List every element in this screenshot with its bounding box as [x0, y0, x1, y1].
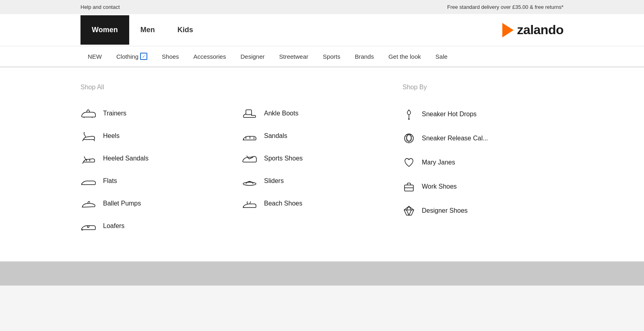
- sliders-label: Sliders: [264, 177, 284, 185]
- pin-icon: [402, 108, 415, 121]
- list-item-heels[interactable]: Heels: [80, 125, 242, 147]
- list-item-ballet-pumps[interactable]: Ballet Pumps: [80, 192, 242, 215]
- mid-column: Shop All Ankle Boots: [242, 84, 402, 237]
- ballet-pumps-label: Ballet Pumps: [103, 200, 141, 207]
- zalando-logo-text[interactable]: zalando: [517, 23, 564, 37]
- work-shoes-label: Work Shoes: [422, 183, 457, 190]
- header: Women Men Kids zalando: [0, 14, 644, 46]
- sneaker-release-cal-label: Sneaker Release Cal...: [422, 135, 488, 142]
- loafers-label: Loafers: [103, 222, 124, 230]
- svg-point-5: [409, 119, 409, 119]
- trainers-label: Trainers: [103, 110, 126, 117]
- delivery-text: Free standard delivery over £35.00 & fre…: [447, 4, 564, 10]
- cat-brands[interactable]: Brands: [347, 47, 381, 66]
- diamond-icon: [402, 204, 415, 217]
- shop-by-designer-shoes[interactable]: Designer Shoes: [402, 199, 564, 223]
- beach-shoes-label: Beach Shoes: [264, 200, 302, 207]
- cat-streetwear[interactable]: Streetwear: [272, 47, 316, 66]
- shop-by-title: Shop By: [402, 84, 564, 91]
- tab-kids[interactable]: Kids: [166, 15, 204, 45]
- help-contact-link[interactable]: Help and contact: [80, 4, 120, 10]
- list-item-ankle-boots[interactable]: Ankle Boots: [242, 102, 402, 125]
- list-item-heeled-sandals[interactable]: Heeled Sandals: [80, 147, 242, 170]
- loafers-icon: [80, 220, 97, 232]
- list-item-sandals[interactable]: Sandals: [242, 125, 402, 147]
- sneaker-hot-drops-label: Sneaker Hot Drops: [422, 111, 477, 118]
- designer-shoes-label: Designer Shoes: [422, 207, 468, 214]
- briefcase-icon: [402, 180, 415, 193]
- left-shoe-list: Trainers Heels: [80, 102, 242, 237]
- list-item-trainers[interactable]: Trainers: [80, 102, 242, 125]
- shop-by-mary-janes[interactable]: Mary Janes: [402, 150, 564, 175]
- svg-point-1: [243, 182, 256, 185]
- mary-janes-label: Mary Janes: [422, 159, 455, 166]
- cat-new[interactable]: NEW: [80, 47, 109, 66]
- svg-rect-0: [246, 110, 252, 115]
- dropdown-panel: Shop All Trainers: [0, 67, 644, 261]
- clothing-dropdown-btn[interactable]: ✓: [140, 53, 147, 60]
- list-item-loafers[interactable]: Loafers: [80, 215, 242, 237]
- zalando-triangle-icon: [502, 23, 514, 37]
- category-nav: NEW Clothing ✓ Shoes Accessories Designe…: [0, 46, 644, 67]
- shop-all-column: Shop All Trainers: [80, 84, 242, 237]
- shop-by-sneaker-hot-drops[interactable]: Sneaker Hot Drops: [402, 102, 564, 126]
- beach-shoes-icon: [242, 198, 258, 209]
- cat-shoes[interactable]: Shoes: [155, 47, 186, 66]
- shop-by-sneaker-release-cal[interactable]: Sneaker Release Cal...: [402, 126, 564, 150]
- heeled-sandals-icon: [80, 153, 97, 164]
- tab-women[interactable]: Women: [80, 15, 129, 45]
- cat-sports[interactable]: Sports: [316, 47, 347, 66]
- sports-shoes-icon: [242, 153, 258, 164]
- svg-marker-9: [404, 206, 414, 215]
- ankle-boots-label: Ankle Boots: [264, 110, 298, 117]
- logo-area: zalando: [502, 23, 564, 37]
- heart-icon: [402, 156, 415, 169]
- cat-clothing[interactable]: Clothing ✓: [109, 46, 155, 66]
- cat-designer[interactable]: Designer: [233, 47, 272, 66]
- sports-shoes-label: Sports Shoes: [264, 155, 303, 162]
- shop-by-work-shoes[interactable]: Work Shoes: [402, 175, 564, 199]
- sandals-label: Sandals: [264, 132, 287, 140]
- ballet-pumps-icon: [80, 198, 97, 209]
- top-banner: Help and contact Free standard delivery …: [0, 0, 644, 14]
- sliders-icon: [242, 175, 258, 187]
- list-item-flats[interactable]: Flats: [80, 170, 242, 192]
- cat-sale[interactable]: Sale: [428, 47, 455, 66]
- heels-icon: [80, 130, 97, 142]
- flats-label: Flats: [103, 177, 117, 185]
- svg-point-3: [407, 111, 411, 115]
- badge-icon: [402, 132, 415, 145]
- ankle-boots-icon: [242, 108, 258, 119]
- cat-get-the-look[interactable]: Get the look: [381, 47, 428, 66]
- bottom-strip: [0, 261, 644, 286]
- shop-all-title: Shop All: [80, 84, 242, 91]
- list-item-sports-shoes[interactable]: Sports Shoes: [242, 147, 402, 170]
- tab-men[interactable]: Men: [129, 15, 166, 45]
- cat-accessories[interactable]: Accessories: [186, 47, 233, 66]
- list-item-sliders[interactable]: Sliders: [242, 170, 402, 192]
- trainers-icon: [80, 108, 97, 119]
- heeled-sandals-label: Heeled Sandals: [103, 155, 149, 162]
- main-nav-tabs: Women Men Kids: [80, 15, 204, 45]
- list-item-beach-shoes[interactable]: Beach Shoes: [242, 192, 402, 215]
- shop-by-column: Shop By Sneaker Hot Drops Snea: [402, 84, 564, 237]
- mid-shoe-list: Ankle Boots Sandals: [242, 102, 402, 215]
- heels-label: Heels: [103, 132, 120, 140]
- sandals-icon: [242, 130, 258, 142]
- flats-icon: [80, 175, 97, 187]
